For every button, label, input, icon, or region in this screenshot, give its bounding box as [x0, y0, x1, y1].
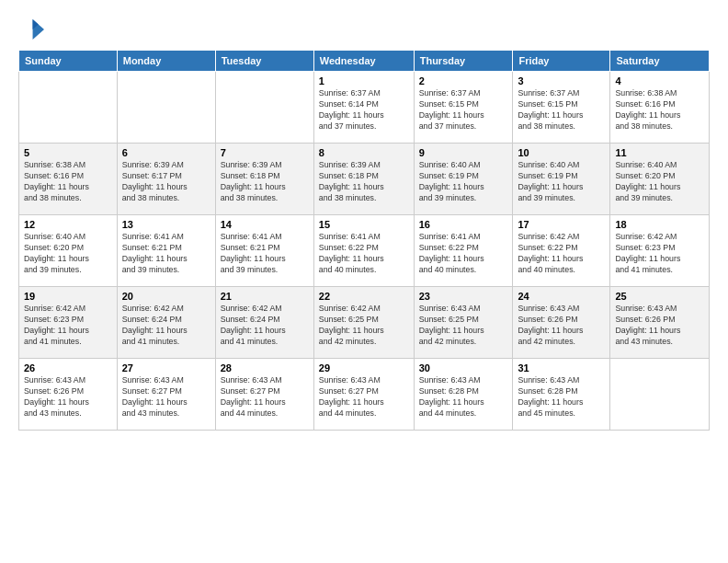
- day-info: Sunrise: 6:41 AM Sunset: 6:22 PM Dayligh…: [319, 232, 409, 276]
- day-number: 13: [122, 219, 210, 230]
- day-info: Sunrise: 6:39 AM Sunset: 6:18 PM Dayligh…: [319, 160, 409, 204]
- day-number: 27: [122, 362, 210, 373]
- calendar-header-row: SundayMondayTuesdayWednesdayThursdayFrid…: [19, 51, 710, 72]
- calendar-cell: 23Sunrise: 6:43 AM Sunset: 6:25 PM Dayli…: [414, 287, 513, 359]
- day-number: 28: [221, 362, 309, 373]
- day-info: Sunrise: 6:42 AM Sunset: 6:24 PM Dayligh…: [221, 304, 309, 348]
- calendar-cell: 3Sunrise: 6:37 AM Sunset: 6:15 PM Daylig…: [513, 72, 610, 144]
- calendar-cell: 29Sunrise: 6:43 AM Sunset: 6:27 PM Dayli…: [313, 359, 414, 431]
- day-number: 9: [419, 147, 508, 158]
- day-info: Sunrise: 6:43 AM Sunset: 6:27 PM Dayligh…: [122, 375, 210, 419]
- calendar-cell: 21Sunrise: 6:42 AM Sunset: 6:24 PM Dayli…: [215, 287, 313, 359]
- calendar-cell: 12Sunrise: 6:40 AM Sunset: 6:20 PM Dayli…: [19, 215, 118, 287]
- day-number: 23: [419, 291, 508, 302]
- calendar-cell: 1Sunrise: 6:37 AM Sunset: 6:14 PM Daylig…: [313, 72, 414, 144]
- day-number: 14: [221, 219, 309, 230]
- day-info: Sunrise: 6:43 AM Sunset: 6:26 PM Dayligh…: [24, 375, 112, 419]
- day-number: 4: [615, 75, 704, 86]
- day-number: 5: [24, 147, 112, 158]
- day-info: Sunrise: 6:43 AM Sunset: 6:28 PM Dayligh…: [419, 375, 508, 419]
- page: SundayMondayTuesdayWednesdayThursdayFrid…: [0, 0, 728, 563]
- day-info: Sunrise: 6:37 AM Sunset: 6:15 PM Dayligh…: [518, 88, 605, 132]
- day-number: 20: [122, 291, 210, 302]
- day-number: 7: [221, 147, 309, 158]
- day-info: Sunrise: 6:43 AM Sunset: 6:27 PM Dayligh…: [319, 375, 409, 419]
- calendar-cell: [117, 72, 215, 144]
- calendar-week-4: 19Sunrise: 6:42 AM Sunset: 6:23 PM Dayli…: [19, 287, 710, 359]
- day-number: 3: [518, 75, 605, 86]
- day-info: Sunrise: 6:40 AM Sunset: 6:20 PM Dayligh…: [24, 232, 112, 276]
- column-header-wednesday: Wednesday: [313, 51, 414, 72]
- day-info: Sunrise: 6:42 AM Sunset: 6:23 PM Dayligh…: [615, 232, 704, 276]
- day-number: 17: [518, 219, 605, 230]
- column-header-thursday: Thursday: [414, 51, 513, 72]
- day-info: Sunrise: 6:41 AM Sunset: 6:21 PM Dayligh…: [122, 232, 210, 276]
- day-info: Sunrise: 6:43 AM Sunset: 6:28 PM Dayligh…: [518, 375, 605, 419]
- day-info: Sunrise: 6:40 AM Sunset: 6:20 PM Dayligh…: [615, 160, 704, 204]
- day-info: Sunrise: 6:43 AM Sunset: 6:26 PM Dayligh…: [615, 304, 704, 348]
- day-info: Sunrise: 6:42 AM Sunset: 6:22 PM Dayligh…: [518, 232, 605, 276]
- day-info: Sunrise: 6:42 AM Sunset: 6:25 PM Dayligh…: [319, 304, 409, 348]
- day-info: Sunrise: 6:43 AM Sunset: 6:26 PM Dayligh…: [518, 304, 605, 348]
- day-number: 24: [518, 291, 605, 302]
- calendar-cell: 11Sunrise: 6:40 AM Sunset: 6:20 PM Dayli…: [610, 144, 710, 215]
- day-number: 31: [518, 362, 605, 373]
- day-number: 11: [615, 147, 704, 158]
- calendar-week-1: 1Sunrise: 6:37 AM Sunset: 6:14 PM Daylig…: [19, 72, 710, 144]
- day-info: Sunrise: 6:39 AM Sunset: 6:18 PM Dayligh…: [221, 160, 309, 204]
- calendar-cell: 25Sunrise: 6:43 AM Sunset: 6:26 PM Dayli…: [610, 287, 710, 359]
- day-info: Sunrise: 6:43 AM Sunset: 6:27 PM Dayligh…: [221, 375, 309, 419]
- day-number: 29: [319, 362, 409, 373]
- logo: [18, 17, 48, 42]
- day-number: 19: [24, 291, 112, 302]
- column-header-tuesday: Tuesday: [215, 51, 313, 72]
- calendar-cell: 26Sunrise: 6:43 AM Sunset: 6:26 PM Dayli…: [19, 359, 118, 431]
- calendar-cell: 27Sunrise: 6:43 AM Sunset: 6:27 PM Dayli…: [117, 359, 215, 431]
- day-info: Sunrise: 6:41 AM Sunset: 6:22 PM Dayligh…: [419, 232, 508, 276]
- day-number: 8: [319, 147, 409, 158]
- day-number: 30: [419, 362, 508, 373]
- day-number: 25: [615, 291, 704, 302]
- calendar-cell: 5Sunrise: 6:38 AM Sunset: 6:16 PM Daylig…: [19, 144, 118, 215]
- calendar-cell: 24Sunrise: 6:43 AM Sunset: 6:26 PM Dayli…: [513, 287, 610, 359]
- header: [18, 17, 710, 42]
- calendar-cell: 14Sunrise: 6:41 AM Sunset: 6:21 PM Dayli…: [215, 215, 313, 287]
- calendar-cell: 4Sunrise: 6:38 AM Sunset: 6:16 PM Daylig…: [610, 72, 710, 144]
- calendar-cell: 30Sunrise: 6:43 AM Sunset: 6:28 PM Dayli…: [414, 359, 513, 431]
- calendar-cell: 16Sunrise: 6:41 AM Sunset: 6:22 PM Dayli…: [414, 215, 513, 287]
- logo-icon: [18, 17, 44, 42]
- day-number: 2: [419, 75, 508, 86]
- calendar-week-3: 12Sunrise: 6:40 AM Sunset: 6:20 PM Dayli…: [19, 215, 710, 287]
- calendar-cell: 22Sunrise: 6:42 AM Sunset: 6:25 PM Dayli…: [313, 287, 414, 359]
- calendar-cell: 18Sunrise: 6:42 AM Sunset: 6:23 PM Dayli…: [610, 215, 710, 287]
- day-number: 18: [615, 219, 704, 230]
- day-info: Sunrise: 6:38 AM Sunset: 6:16 PM Dayligh…: [615, 88, 704, 132]
- column-header-friday: Friday: [513, 51, 610, 72]
- day-number: 21: [221, 291, 309, 302]
- calendar-cell: 20Sunrise: 6:42 AM Sunset: 6:24 PM Dayli…: [117, 287, 215, 359]
- day-number: 16: [419, 219, 508, 230]
- day-number: 6: [122, 147, 210, 158]
- calendar-cell: [19, 72, 118, 144]
- calendar-cell: [610, 359, 710, 431]
- day-number: 10: [518, 147, 605, 158]
- calendar-cell: 9Sunrise: 6:40 AM Sunset: 6:19 PM Daylig…: [414, 144, 513, 215]
- day-info: Sunrise: 6:39 AM Sunset: 6:17 PM Dayligh…: [122, 160, 210, 204]
- calendar-cell: 6Sunrise: 6:39 AM Sunset: 6:17 PM Daylig…: [117, 144, 215, 215]
- day-info: Sunrise: 6:42 AM Sunset: 6:24 PM Dayligh…: [122, 304, 210, 348]
- calendar-table: SundayMondayTuesdayWednesdayThursdayFrid…: [18, 50, 710, 431]
- day-info: Sunrise: 6:37 AM Sunset: 6:15 PM Dayligh…: [419, 88, 508, 132]
- day-info: Sunrise: 6:41 AM Sunset: 6:21 PM Dayligh…: [221, 232, 309, 276]
- column-header-sunday: Sunday: [19, 51, 118, 72]
- calendar-cell: 7Sunrise: 6:39 AM Sunset: 6:18 PM Daylig…: [215, 144, 313, 215]
- column-header-saturday: Saturday: [610, 51, 710, 72]
- day-info: Sunrise: 6:38 AM Sunset: 6:16 PM Dayligh…: [24, 160, 112, 204]
- day-number: 15: [319, 219, 409, 230]
- calendar-cell: 10Sunrise: 6:40 AM Sunset: 6:19 PM Dayli…: [513, 144, 610, 215]
- day-number: 22: [319, 291, 409, 302]
- day-info: Sunrise: 6:40 AM Sunset: 6:19 PM Dayligh…: [419, 160, 508, 204]
- day-info: Sunrise: 6:37 AM Sunset: 6:14 PM Dayligh…: [319, 88, 409, 132]
- calendar-cell: 28Sunrise: 6:43 AM Sunset: 6:27 PM Dayli…: [215, 359, 313, 431]
- column-header-monday: Monday: [117, 51, 215, 72]
- calendar-week-5: 26Sunrise: 6:43 AM Sunset: 6:26 PM Dayli…: [19, 359, 710, 431]
